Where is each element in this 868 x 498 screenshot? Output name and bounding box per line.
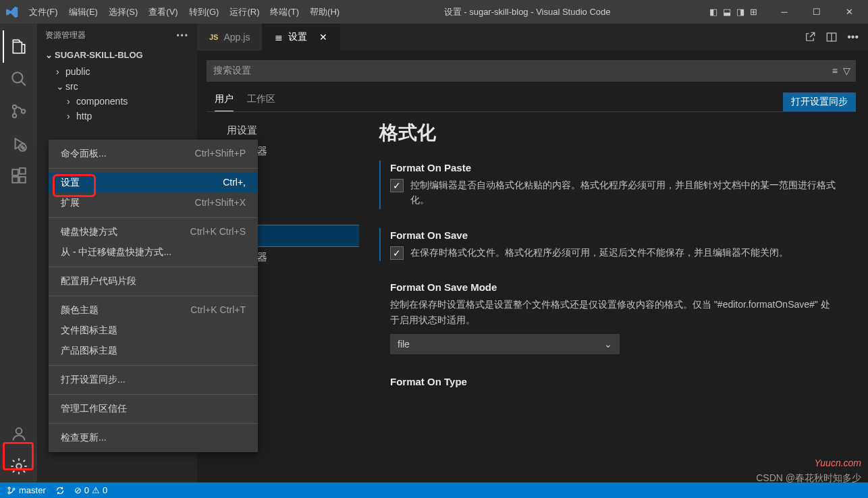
setting-item: Format On Paste控制编辑器是否自动格式化粘贴的内容。格式化程序必须… (379, 161, 836, 209)
search-placeholder: 搜索设置 (213, 65, 251, 77)
scope-workspace-tab[interactable]: 工作区 (247, 93, 275, 111)
folder-public[interactable]: ›public (37, 64, 197, 79)
close-tab-icon[interactable]: ✕ (319, 32, 327, 43)
menu-shortcut: Ctrl+, (223, 177, 246, 189)
setting-label: Format On Paste (390, 162, 836, 173)
folder-src[interactable]: ⌄src (37, 79, 197, 94)
setting-checkbox[interactable] (390, 179, 404, 192)
menu-item[interactable]: 扩展Ctrl+Shift+X (49, 193, 258, 213)
menu-item[interactable]: 管理工作区信任 (49, 399, 258, 419)
toggle-panel-right-icon[interactable]: ◨ (736, 7, 744, 17)
menu-go[interactable]: 转到(G) (184, 6, 225, 18)
menu-view[interactable]: 查看(V) (143, 6, 183, 18)
menu-item[interactable]: 配置用户代码片段 (49, 271, 258, 292)
menu-separator (49, 217, 258, 218)
menu-separator (49, 296, 258, 296)
svg-point-3 (12, 114, 16, 117)
explorer-icon[interactable] (3, 30, 35, 63)
menu-item[interactable]: 命令面板...Ctrl+Shift+P (49, 144, 258, 164)
source-control-icon[interactable] (3, 95, 35, 128)
menu-item[interactable]: 设置Ctrl+, (49, 173, 258, 193)
more-actions-icon[interactable]: ••• (847, 31, 859, 43)
folder-components[interactable]: ›components (37, 94, 197, 109)
menu-item[interactable]: 键盘快捷方式Ctrl+K Ctrl+S (49, 222, 258, 242)
close-button[interactable]: ✕ (836, 0, 863, 24)
watermark-yuucn: Yuucn.com (814, 458, 861, 468)
menu-item[interactable]: 颜色主题Ctrl+K Ctrl+T (49, 300, 258, 321)
settings-search-input[interactable]: 搜索设置 ≡ ▽ (207, 60, 856, 82)
turn-on-settings-sync-button[interactable]: 打开设置同步 (783, 92, 856, 111)
search-icon[interactable] (3, 63, 35, 95)
svg-line-1 (21, 81, 26, 86)
filter-icon[interactable]: ▽ (843, 65, 850, 76)
tab-appjs[interactable]: JS App.js (197, 24, 263, 51)
customize-layout-icon[interactable]: ⊞ (750, 7, 757, 17)
chevron-right-icon: › (67, 111, 74, 121)
menu-file[interactable]: 文件(F) (24, 6, 63, 18)
editor-area: JS App.js ≣ 设置 ✕ ••• 搜索设置 (197, 24, 868, 482)
menu-separator (49, 423, 258, 424)
setting-label: Format On Save Mode (390, 281, 836, 293)
settings-tab-icon: ≣ (275, 32, 283, 43)
problems-status[interactable]: ⊘0 ⚠0 (74, 485, 107, 495)
explorer-more-icon[interactable]: ••• (176, 31, 189, 40)
svg-point-0 (12, 72, 22, 82)
sync-status[interactable] (55, 486, 65, 495)
setting-label: Format On Save (390, 229, 836, 241)
tab-label: 设置 (288, 31, 307, 43)
svg-point-17 (13, 488, 15, 490)
svg-point-11 (16, 428, 22, 434)
menu-terminal[interactable]: 终端(T) (265, 6, 304, 18)
error-icon: ⊘ (74, 485, 82, 495)
folder-http[interactable]: ›http (37, 109, 197, 123)
svg-point-15 (8, 487, 10, 489)
menu-item-label: 打开设置同步... (61, 374, 126, 386)
menu-shortcut: Ctrl+Shift+P (195, 148, 246, 160)
setting-item: Format On Save在保存时格式化文件。格式化程序必须可用，延迟后文件不… (379, 228, 836, 261)
explorer-header: 资源管理器 ••• (37, 24, 197, 47)
accounts-icon[interactable] (3, 418, 35, 450)
project-root[interactable]: ⌄ SUGAR-SKILL-BLOG (37, 47, 197, 63)
toggle-panel-bottom-icon[interactable]: ⬓ (723, 7, 731, 17)
menu-item[interactable]: 打开设置同步... (49, 370, 258, 390)
file-tree: ›public ⌄src ›components ›http (37, 63, 197, 125)
minimize-button[interactable]: ─ (771, 0, 798, 24)
menu-item[interactable]: 产品图标主题 (49, 341, 258, 361)
menu-help[interactable]: 帮助(H) (304, 6, 345, 18)
settings-nav-item[interactable]: 用设置 (207, 120, 359, 141)
debug-icon[interactable] (3, 128, 35, 160)
svg-rect-10 (20, 168, 26, 174)
maximize-button[interactable]: ☐ (803, 0, 830, 24)
git-branch-status[interactable]: master (7, 485, 46, 495)
menu-item[interactable]: 检查更新... (49, 428, 258, 448)
svg-point-4 (21, 109, 24, 113)
split-editor-icon[interactable] (825, 31, 838, 43)
manage-gear-icon[interactable] (3, 450, 35, 482)
menu-edit[interactable]: 编辑(E) (63, 6, 103, 18)
open-settings-json-icon[interactable] (804, 31, 816, 43)
setting-checkbox[interactable] (390, 246, 404, 260)
tab-settings[interactable]: ≣ 设置 ✕ (263, 24, 340, 51)
menu-item-label: 从 - 中迁移键盘快捷方式... (61, 246, 171, 258)
setting-item: Format On Save Mode控制在保存时设置格式是设置整个文件格式还是… (379, 280, 836, 356)
setting-description: 在保存时格式化文件。格式化程序必须可用，延迟后文件不能保存，并且编辑器不能关闭。 (390, 245, 836, 260)
setting-description: 控制在保存时设置格式是设置整个文件格式还是仅设置修改内容的格式。仅当 "#edi… (390, 297, 836, 327)
chevron-down-icon: ⌄ (604, 339, 612, 350)
svg-point-16 (8, 492, 10, 494)
clear-filter-icon[interactable]: ≡ (832, 65, 838, 76)
warning-icon: ⚠ (92, 485, 100, 495)
toggle-panel-left-icon[interactable]: ◧ (709, 7, 717, 17)
menu-item[interactable]: 文件图标主题 (49, 321, 258, 341)
setting-select[interactable]: file⌄ (390, 334, 620, 354)
scope-user-tab[interactable]: 用户 (215, 93, 234, 111)
svg-rect-8 (12, 177, 18, 183)
settings-editor: 搜索设置 ≡ ▽ 用户 工作区 打开设置同步 用设置本编辑器标找体格式化异编辑器… (197, 51, 868, 482)
svg-point-12 (16, 464, 21, 468)
menu-item-label: 颜色主题 (61, 304, 99, 316)
window-controls: ─ ☐ ✕ (771, 0, 868, 24)
menu-item[interactable]: 从 - 中迁移键盘快捷方式... (49, 242, 258, 262)
menu-run[interactable]: 运行(R) (224, 6, 265, 18)
menu-item-label: 配置用户代码片段 (61, 275, 136, 287)
menu-selection[interactable]: 选择(S) (103, 6, 143, 18)
extensions-icon[interactable] (3, 160, 35, 192)
